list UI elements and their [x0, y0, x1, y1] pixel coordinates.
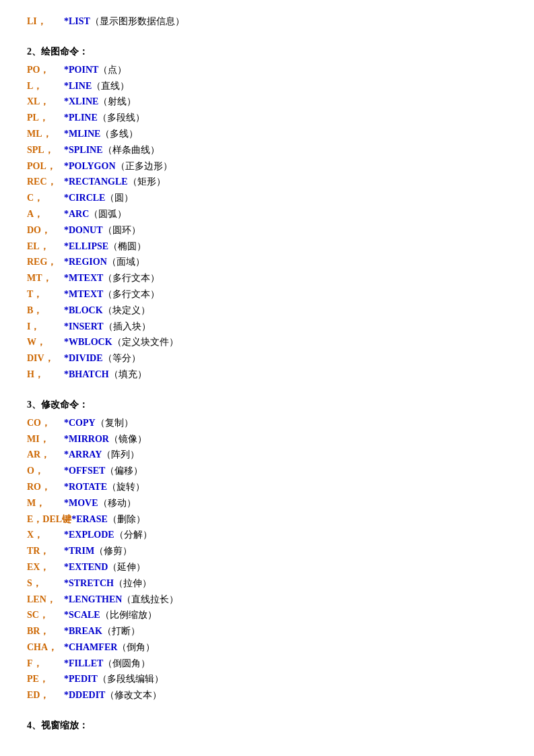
cmd-full-2-13: *BREAK	[64, 626, 102, 636]
cmd-full-1-6: *POLYGON	[64, 161, 116, 171]
section-title-3: 4、视窗缩放：	[27, 720, 507, 732]
cmd-full-1-4: *MLINE	[64, 129, 100, 139]
cmd-full-1-18: *DIVIDE	[64, 353, 103, 363]
cmd-short-1-11: EL，	[27, 239, 64, 255]
cmd-desc-2-3: （偏移）	[105, 466, 143, 476]
cmd-desc-1-17: （定义块文件）	[112, 337, 178, 347]
cmd-row-2-14: CHA，*CHAMFER（倒角）	[27, 639, 507, 656]
cmd-row-2-6: E，DEL键 *ERASE（删除）	[27, 511, 507, 528]
cmd-short-1-0: PO，	[27, 62, 64, 78]
cmd-row-1-19: H，*BHATCH（填充）	[27, 367, 507, 383]
cmd-row-2-5: M，*MOVE（移动）	[27, 495, 507, 511]
cmd-full-1-7: *RECTANGLE	[64, 177, 128, 187]
cmd-desc-2-1: （镜像）	[109, 434, 147, 444]
cmd-desc-1-14: （多行文本）	[103, 289, 160, 299]
cmd-row-2-2: AR，*ARRAY（阵列）	[27, 447, 507, 463]
cmd-row-1-6: POL，*POLYGON（正多边形）	[27, 158, 507, 175]
cmd-full-2-7: *EXPLODE	[64, 530, 114, 540]
page-content: LI，*LIST（显示图形数据信息）2、绘图命令：PO，*POINT（点）L，*…	[27, 13, 507, 732]
cmd-full-2-10: *STRETCH	[64, 578, 114, 588]
cmd-row-2-8: TR，*TRIM（修剪）	[27, 543, 507, 559]
cmd-desc-2-7: （分解）	[114, 530, 152, 540]
cmd-short-2-15: F，	[27, 656, 64, 672]
cmd-full-1-2: *XLINE	[64, 96, 98, 106]
cmd-short-1-19: H，	[27, 367, 64, 383]
cmd-short-2-17: ED，	[27, 687, 64, 703]
cmd-short-2-12: SC，	[27, 607, 64, 623]
cmd-row-1-2: XL，*XLINE（射线）	[27, 94, 507, 110]
cmd-short-1-16: I，	[27, 319, 64, 335]
section-2: 3、修改命令：CO，*COPY（复制）MI，*MIRROR（镜像）AR，*ARR…	[27, 399, 507, 703]
cmd-desc-1-6: （正多边形）	[116, 161, 172, 171]
cmd-row-1-10: DO，*DONUT（圆环）	[27, 222, 507, 239]
cmd-full-2-9: *EXTEND	[64, 562, 108, 572]
cmd-desc-2-16: （多段线编辑）	[98, 674, 164, 684]
cmd-desc-1-10: （圆环）	[103, 225, 141, 235]
cmd-short-2-9: EX，	[27, 559, 64, 575]
cmd-full-1-16: *INSERT	[64, 321, 104, 332]
cmd-full-0-0: *LIST	[64, 16, 90, 26]
cmd-desc-2-5: （移动）	[98, 498, 136, 508]
cmd-desc-2-12: （比例缩放）	[100, 610, 157, 620]
cmd-desc-1-3: （多段线）	[98, 113, 145, 123]
cmd-short-1-4: ML，	[27, 126, 64, 142]
cmd-desc-1-0: （点）	[98, 65, 127, 75]
cmd-row-2-17: ED，*DDEDIT（修改文本）	[27, 687, 507, 703]
cmd-row-2-15: F，*FILLET（倒圆角）	[27, 656, 507, 672]
cmd-short-1-8: C，	[27, 190, 64, 206]
cmd-full-1-19: *BHATCH	[64, 369, 109, 379]
cmd-full-2-11: *LENGTHEN	[64, 594, 122, 604]
cmd-row-1-15: B，*BLOCK（块定义）	[27, 303, 507, 319]
cmd-row-2-4: RO，*ROTATE（旋转）	[27, 479, 507, 495]
cmd-row-2-7: X，*EXPLODE（分解）	[27, 527, 507, 543]
cmd-row-1-5: SPL，*SPLINE（样条曲线）	[27, 142, 507, 158]
cmd-desc-1-7: （矩形）	[128, 177, 166, 187]
cmd-row-2-16: PE，*PEDIT（多段线编辑）	[27, 671, 507, 687]
cmd-row-1-16: I，*INSERT（插入块）	[27, 319, 507, 335]
cmd-short-1-7: REC，	[27, 174, 64, 190]
cmd-short-1-3: PL，	[27, 110, 64, 126]
cmd-short-1-18: DIV，	[27, 350, 64, 367]
cmd-desc-2-8: （修剪）	[94, 546, 132, 556]
cmd-full-1-12: *REGION	[64, 257, 107, 267]
cmd-short-1-10: DO，	[27, 222, 64, 239]
section-0: LI，*LIST（显示图形数据信息）	[27, 13, 507, 30]
cmd-full-2-12: *SCALE	[64, 610, 100, 620]
cmd-full-1-15: *BLOCK	[64, 305, 103, 315]
cmd-short-2-8: TR，	[27, 543, 64, 559]
cmd-short-1-12: REG，	[27, 254, 64, 270]
cmd-desc-2-13: （打断）	[102, 626, 140, 636]
cmd-full-2-1: *MIRROR	[64, 434, 109, 444]
cmd-desc-1-18: （等分）	[103, 353, 141, 363]
cmd-row-1-17: W，*WBLOCK（定义块文件）	[27, 334, 507, 350]
cmd-desc-2-10: （拉伸）	[114, 578, 152, 588]
cmd-full-2-4: *ROTATE	[64, 482, 107, 492]
cmd-row-1-4: ML，*MLINE（多线）	[27, 126, 507, 142]
cmd-desc-2-11: （直线拉长）	[122, 594, 178, 604]
cmd-full-2-8: *TRIM	[64, 546, 94, 556]
cmd-short-1-13: MT，	[27, 270, 64, 286]
cmd-desc-1-16: （插入块）	[104, 321, 151, 332]
cmd-full-1-17: *WBLOCK	[64, 337, 112, 347]
cmd-full-2-14: *CHAMFER	[64, 642, 117, 652]
cmd-desc-2-0: （复制）	[96, 418, 133, 428]
cmd-short-1-6: POL，	[27, 158, 64, 175]
cmd-short-1-15: B，	[27, 303, 64, 319]
section-3: 4、视窗缩放：	[27, 720, 507, 732]
cmd-desc-0-0: （显示图形数据信息）	[90, 16, 185, 26]
cmd-row-0-0: LI，*LIST（显示图形数据信息）	[27, 13, 507, 30]
cmd-full-2-16: *PEDIT	[64, 674, 98, 684]
cmd-row-1-12: REG，*REGION（面域）	[27, 254, 507, 270]
cmd-short-1-1: L，	[27, 78, 64, 94]
section-title-1: 2、绘图命令：	[27, 46, 507, 58]
cmd-desc-1-19: （填充）	[109, 369, 147, 379]
cmd-desc-1-11: （椭圆）	[108, 241, 146, 251]
cmd-row-2-3: O，*OFFSET（偏移）	[27, 463, 507, 479]
cmd-full-1-11: *ELLIPSE	[64, 241, 108, 251]
cmd-desc-1-9: （圆弧）	[89, 209, 127, 219]
cmd-full-2-2: *ARRAY	[64, 449, 102, 460]
cmd-row-1-7: REC，*RECTANGLE（矩形）	[27, 174, 507, 190]
cmd-row-2-1: MI，*MIRROR（镜像）	[27, 431, 507, 447]
cmd-row-1-9: A，*ARC（圆弧）	[27, 206, 507, 222]
cmd-desc-1-5: （样条曲线）	[103, 145, 160, 155]
